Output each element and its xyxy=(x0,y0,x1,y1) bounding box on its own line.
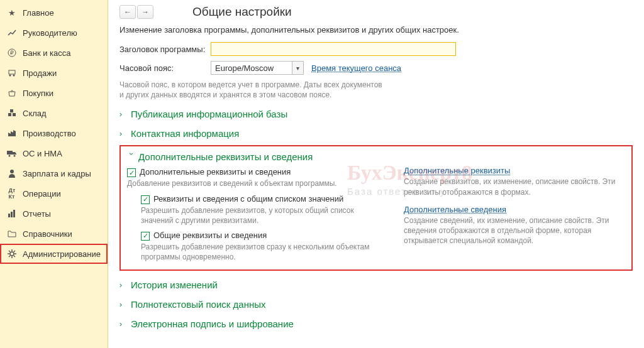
person-icon xyxy=(6,168,18,178)
svg-rect-7 xyxy=(10,109,13,112)
nav-forward-button[interactable]: → xyxy=(137,5,153,19)
sidebar-item-label: Отчеты xyxy=(23,209,51,219)
sidebar-item-main[interactable]: ★Главное xyxy=(0,3,108,23)
section-publication[interactable]: ›Публикация информационной базы xyxy=(119,109,633,119)
sidebar-item-label: Зарплата и кадры xyxy=(23,169,91,178)
cb3-hint: Разрешить добавление реквизитов сразу к … xyxy=(141,242,379,262)
section-additional-box: ›Дополнительные реквизиты и сведения Доп… xyxy=(119,145,633,271)
journal-icon: ДтКт xyxy=(6,188,18,198)
desc-additional-attributes: Создание реквизитов, их изменение, описа… xyxy=(404,177,625,197)
sidebar-item-purchases[interactable]: Покупки xyxy=(0,83,108,103)
sidebar-item-label: Покупки xyxy=(23,89,53,98)
section-contact[interactable]: ›Контактная информация xyxy=(119,128,633,139)
chart-icon xyxy=(6,28,18,38)
checkbox-label: Общие реквизиты и сведения xyxy=(153,231,267,240)
factory-icon xyxy=(6,128,18,138)
sidebar-item-label: Справочники xyxy=(23,229,72,239)
sidebar-item-manager[interactable]: Руководителю xyxy=(0,23,108,43)
section-signature[interactable]: ›Электронная подпись и шифрование xyxy=(119,318,633,329)
toolbar: ← → Общие настройки xyxy=(119,5,633,19)
sidebar-item-production[interactable]: Производство xyxy=(0,123,108,143)
svg-point-3 xyxy=(9,75,11,77)
svg-rect-12 xyxy=(8,214,10,217)
svg-line-22 xyxy=(9,256,10,257)
chevron-right-icon: › xyxy=(119,320,128,329)
checkbox-additional-main[interactable] xyxy=(127,168,136,177)
sidebar-item-reports[interactable]: Отчеты xyxy=(0,204,108,224)
nav-back-button[interactable]: ← xyxy=(119,5,136,19)
svg-point-15 xyxy=(10,252,14,256)
link-additional-attributes[interactable]: Дополнительные реквизиты xyxy=(404,166,510,175)
cart-icon xyxy=(6,68,18,78)
sidebar-item-label: Склад xyxy=(23,109,47,118)
svg-point-10 xyxy=(14,155,16,157)
svg-line-21 xyxy=(14,256,15,257)
sidebar-item-label: Администрирование xyxy=(23,249,101,259)
chevron-down-icon[interactable]: ▾ xyxy=(292,61,304,75)
svg-rect-6 xyxy=(13,113,16,116)
svg-rect-5 xyxy=(8,113,11,116)
desc-additional-info: Создание сведений, их изменение, описани… xyxy=(404,215,625,246)
main-content: БухЭксперт8 База ответов по у ← → Общие … xyxy=(108,0,644,348)
svg-text:₽: ₽ xyxy=(10,50,14,56)
sidebar-item-administration[interactable]: Администрирование xyxy=(0,244,108,264)
sidebar-item-label: Банк и касса xyxy=(23,48,71,58)
sidebar-item-sales[interactable]: Продажи xyxy=(0,63,108,83)
sidebar-item-label: Производство xyxy=(23,129,76,138)
sidebar-item-assets[interactable]: ОС и НМА xyxy=(0,143,108,163)
session-time-link[interactable]: Время текущего сеанса xyxy=(311,63,401,73)
checkbox-common[interactable] xyxy=(141,232,150,241)
sidebar-item-salary[interactable]: Зарплата и кадры xyxy=(0,163,108,183)
section-history[interactable]: ›История изменений xyxy=(119,280,633,290)
chevron-right-icon: › xyxy=(119,110,128,119)
sidebar-item-label: Руководителю xyxy=(23,28,77,38)
bars-icon xyxy=(6,209,18,219)
checkbox-label: Дополнительные реквизиты и сведения xyxy=(140,167,291,177)
checkbox-label: Реквизиты и сведения с общим списком зна… xyxy=(153,194,343,204)
boxes-icon xyxy=(6,108,18,118)
page-title: Общие настройки xyxy=(192,5,292,19)
sidebar-item-label: Операции xyxy=(23,189,61,198)
svg-rect-14 xyxy=(13,210,15,217)
sidebar: ★Главное Руководителю ₽Банк и касса Прод… xyxy=(0,0,108,348)
chevron-right-icon: › xyxy=(119,300,128,309)
svg-rect-8 xyxy=(7,151,13,155)
chevron-right-icon: › xyxy=(119,281,128,290)
svg-rect-2 xyxy=(9,70,15,74)
link-additional-info[interactable]: Дополнительные сведения xyxy=(404,205,506,214)
timezone-select[interactable]: Europe/Moscow xyxy=(211,61,292,75)
program-title-input[interactable] xyxy=(211,42,456,56)
basket-icon xyxy=(6,88,18,98)
gear-icon xyxy=(6,249,18,259)
svg-point-11 xyxy=(10,170,14,173)
page-description: Изменение заголовка программы, дополните… xyxy=(119,25,633,35)
sidebar-item-label: Продажи xyxy=(23,68,57,78)
truck-icon xyxy=(6,148,18,158)
svg-point-9 xyxy=(9,155,11,157)
star-icon: ★ xyxy=(6,8,18,18)
timezone-hint: Часовой пояс, в котором ведется учет в п… xyxy=(119,80,384,100)
checkbox-shared-list[interactable] xyxy=(141,195,150,204)
section-additional[interactable]: ›Дополнительные реквизиты и сведения xyxy=(127,151,625,162)
timezone-label: Часовой пояс: xyxy=(119,63,211,73)
section-fulltext[interactable]: ›Полнотекстовый поиск данных xyxy=(119,299,633,310)
chevron-right-icon: › xyxy=(119,129,128,138)
sidebar-item-bank[interactable]: ₽Банк и касса xyxy=(0,43,108,63)
svg-point-4 xyxy=(13,75,15,77)
sidebar-item-catalogs[interactable]: Справочники xyxy=(0,224,108,244)
sidebar-item-warehouse[interactable]: Склад xyxy=(0,103,108,123)
folder-icon xyxy=(6,229,18,239)
program-title-label: Заголовок программы: xyxy=(119,45,211,54)
cb2-hint: Разрешить добавление реквизитов, у котор… xyxy=(141,205,379,226)
svg-rect-13 xyxy=(11,212,13,217)
svg-line-23 xyxy=(14,251,15,252)
cb1-hint: Добавление реквизитов и сведений к объек… xyxy=(127,178,379,188)
svg-line-20 xyxy=(9,251,10,252)
ruble-icon: ₽ xyxy=(6,48,18,58)
sidebar-item-label: ОС и НМА xyxy=(23,149,62,158)
sidebar-item-label: Главное xyxy=(23,8,54,18)
chevron-down-icon: › xyxy=(127,153,136,161)
sidebar-item-operations[interactable]: ДтКтОперации xyxy=(0,183,108,204)
